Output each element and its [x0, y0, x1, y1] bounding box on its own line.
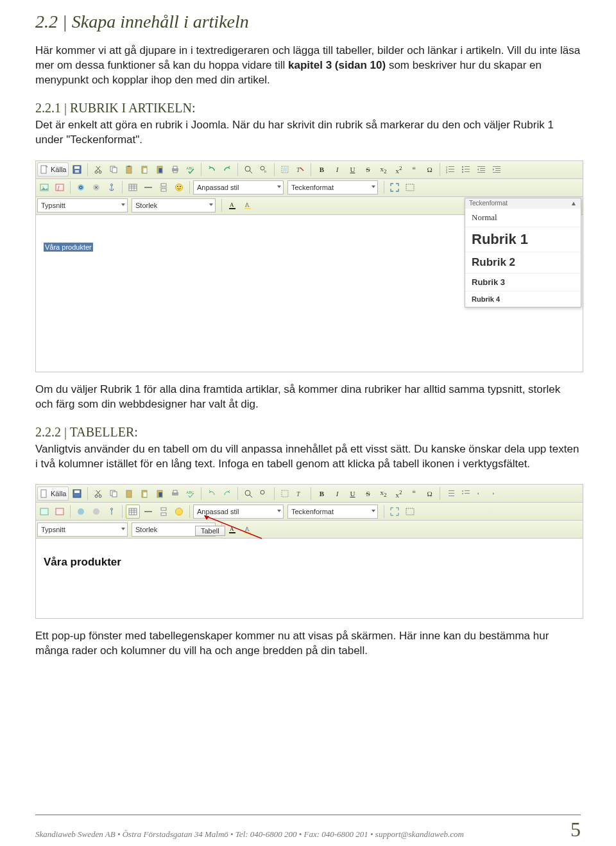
- select-all-button[interactable]: [278, 487, 292, 501]
- replace-button[interactable]: b: [257, 162, 271, 177]
- save-button[interactable]: [70, 487, 84, 501]
- image-button[interactable]: [37, 505, 51, 519]
- subscript-button[interactable]: x2: [376, 487, 390, 501]
- numbered-list-button[interactable]: 123: [443, 162, 458, 177]
- bullet-list-button[interactable]: [459, 487, 473, 501]
- link-button[interactable]: [74, 180, 88, 194]
- style-select[interactable]: Anpassad stil: [193, 505, 284, 519]
- svg-text:T: T: [296, 490, 301, 497]
- style-select[interactable]: Anpassad stil: [193, 180, 284, 194]
- copy-button[interactable]: [107, 487, 121, 501]
- spellcheck-button[interactable]: ABC: [184, 162, 198, 177]
- underline-button[interactable]: U: [345, 162, 359, 177]
- redo-button[interactable]: [220, 487, 234, 501]
- flash-button[interactable]: f: [53, 180, 67, 194]
- show-blocks-button[interactable]: [403, 180, 417, 194]
- bold-button[interactable]: B: [314, 487, 329, 501]
- svg-point-57: [180, 186, 181, 187]
- table-button[interactable]: [126, 180, 140, 194]
- paste-word-button[interactable]: [153, 162, 167, 177]
- italic-button[interactable]: I: [330, 162, 344, 177]
- anchor-button[interactable]: [105, 180, 119, 194]
- dropdown-option-rubrik4[interactable]: Rubrik 4: [465, 291, 581, 307]
- format-select[interactable]: Teckenformat: [287, 180, 378, 194]
- paste-text-button[interactable]: [137, 162, 151, 177]
- italic-button[interactable]: I: [330, 487, 344, 501]
- svg-rect-52: [144, 187, 152, 188]
- paste-word-button[interactable]: [153, 487, 167, 501]
- font-name-select[interactable]: Typsnitt: [37, 198, 128, 212]
- replace-button[interactable]: [257, 487, 271, 501]
- dropdown-option-rubrik3[interactable]: Rubrik 3: [465, 273, 581, 291]
- maximize-button[interactable]: [388, 180, 402, 194]
- specialchar-button[interactable]: Ω: [422, 162, 436, 177]
- ol-icon: 123: [446, 165, 455, 174]
- blockquote-button[interactable]: ❝: [407, 162, 421, 177]
- smiley-button[interactable]: [172, 180, 186, 194]
- table-button-highlighted[interactable]: [126, 505, 140, 519]
- specialchar-button[interactable]: Ω: [422, 487, 436, 501]
- superscript-button[interactable]: x2: [391, 487, 406, 501]
- flash-button[interactable]: [53, 505, 67, 519]
- section-2-2-heading: 2.2 | Skapa innehåll i artikeln: [35, 12, 581, 32]
- indent-button[interactable]: [490, 487, 504, 501]
- indent-button[interactable]: [490, 162, 504, 177]
- subscript-button[interactable]: x2: [376, 162, 390, 177]
- copy-button[interactable]: [107, 162, 121, 177]
- select-all-button[interactable]: [278, 162, 292, 177]
- editor-content-area[interactable]: Våra produkter: [36, 539, 583, 618]
- undo-button[interactable]: [205, 487, 219, 501]
- link-button[interactable]: [74, 505, 88, 519]
- remove-format-button[interactable]: T: [293, 487, 307, 501]
- anchor-button[interactable]: [105, 505, 119, 519]
- remove-format-button[interactable]: T: [293, 162, 307, 177]
- bg-color-button[interactable]: A: [241, 198, 255, 212]
- numbered-list-button[interactable]: [443, 487, 458, 501]
- dropdown-option-rubrik1[interactable]: Rubrik 1: [465, 227, 581, 252]
- outdent-button[interactable]: [474, 162, 488, 177]
- paste-text-button[interactable]: [137, 487, 151, 501]
- hr-button[interactable]: [141, 180, 155, 194]
- source-button[interactable]: Källa: [37, 162, 69, 177]
- unlink-button[interactable]: [89, 505, 103, 519]
- format-select[interactable]: Teckenformat: [287, 505, 378, 519]
- smiley-button[interactable]: [172, 505, 186, 519]
- outdent-button[interactable]: [474, 487, 488, 501]
- save-button[interactable]: [70, 162, 84, 177]
- blockquote-button[interactable]: ❝: [407, 487, 421, 501]
- bold-button[interactable]: B: [314, 162, 329, 177]
- find-button[interactable]: [241, 487, 255, 501]
- source-button[interactable]: Källa: [37, 487, 69, 501]
- redo-button[interactable]: [220, 162, 234, 177]
- cut-button[interactable]: [91, 162, 105, 177]
- paste-button[interactable]: [122, 162, 136, 177]
- image-button[interactable]: [37, 180, 51, 194]
- find-button[interactable]: [241, 162, 255, 177]
- underline-button[interactable]: U: [345, 487, 359, 501]
- print-button[interactable]: [168, 162, 182, 177]
- paste-button[interactable]: [122, 487, 136, 501]
- strike-button[interactable]: S: [361, 162, 375, 177]
- font-size-select[interactable]: Storlek: [132, 198, 216, 212]
- svg-point-87: [462, 493, 463, 494]
- font-name-select[interactable]: Typsnitt: [37, 522, 128, 537]
- undo-button[interactable]: [205, 162, 219, 177]
- spellcheck-button[interactable]: ABC: [184, 487, 198, 501]
- maximize-button[interactable]: [388, 505, 402, 519]
- hr-button[interactable]: [141, 505, 155, 519]
- superscript-button[interactable]: x2: [391, 162, 406, 177]
- pagebreak-button[interactable]: [157, 180, 171, 194]
- bullet-list-button[interactable]: [459, 162, 473, 177]
- print-button[interactable]: [168, 487, 182, 501]
- unlink-button[interactable]: [89, 180, 103, 194]
- text-color-button[interactable]: A: [225, 198, 239, 212]
- pagebreak-button[interactable]: [157, 505, 171, 519]
- dropdown-option-rubrik2[interactable]: Rubrik 2: [465, 252, 581, 273]
- strike-button[interactable]: S: [361, 487, 375, 501]
- show-blocks-button[interactable]: [403, 505, 417, 519]
- dropdown-option-normal[interactable]: Normal: [465, 208, 581, 227]
- text-color-button[interactable]: A: [225, 522, 239, 537]
- bg-color-button[interactable]: A: [241, 522, 255, 537]
- cut-button[interactable]: [91, 487, 105, 501]
- svg-rect-69: [112, 492, 117, 497]
